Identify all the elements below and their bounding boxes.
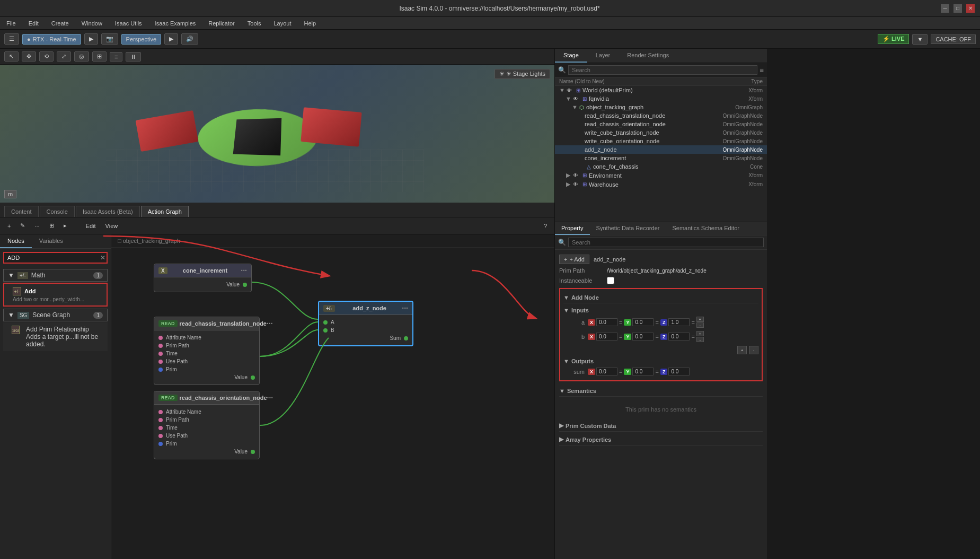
menu-item-layout[interactable]: Layout <box>271 19 293 28</box>
tree-row-wct[interactable]: write_cube_translation_node OmniGraphNod… <box>555 128 767 137</box>
sum-z-input[interactable] <box>668 368 690 375</box>
tree-row-cfc[interactable]: △ cone_for_chassis Cone <box>555 162 767 171</box>
renderer-arrow[interactable]: ▶ <box>84 33 98 45</box>
world-toggle[interactable]: ▼ <box>559 87 564 93</box>
vp-tool-6[interactable]: ⊞ <box>92 51 107 62</box>
semantics-section-header[interactable]: ▼ Semantics <box>559 386 763 397</box>
input-remove-btn[interactable]: - <box>749 346 758 354</box>
prop-instanceable-checkbox[interactable] <box>607 277 614 284</box>
add-node-item[interactable]: +/- Add Add two or mor...perty_width... <box>3 283 108 307</box>
b-y-input[interactable] <box>632 333 654 340</box>
tab-nodes[interactable]: Nodes <box>0 234 32 248</box>
minimize-button[interactable]: ─ <box>941 4 949 13</box>
camera-btn[interactable]: 📷 <box>101 33 118 45</box>
warehouse-toggle[interactable]: ▶ <box>566 181 571 188</box>
bottom-tab-0[interactable]: Content <box>4 206 39 217</box>
rco-dots[interactable]: ··· <box>267 394 273 402</box>
read-chassis-orientation-node[interactable]: READ read_chassis_orientation_node ··· A… <box>154 391 260 459</box>
ag-dots-btn[interactable]: ··· <box>31 222 42 230</box>
menu-item-window[interactable]: Window <box>80 19 104 28</box>
tree-row-addz[interactable]: add_z_node OmniGraphNode <box>555 145 767 154</box>
search-clear-icon[interactable]: ✕ <box>100 254 105 261</box>
menu-item-replicator[interactable]: Replicator <box>206 19 237 28</box>
tree-row-world[interactable]: ▼ 👁 ⊞ World (defaultPrim) Xform <box>555 86 767 94</box>
a-y-input[interactable] <box>632 318 654 326</box>
stage-lights-button[interactable]: ☀ ☀ Stage Lights <box>495 69 550 79</box>
tree-row-rco[interactable]: read_chassis_orientation_node OmniGraphN… <box>555 120 767 128</box>
read-chassis-translation-node[interactable]: READ read_chassis_translation_node ··· A… <box>154 317 260 385</box>
vp-tool-4[interactable]: ⤢ <box>57 51 71 62</box>
addz-dots[interactable]: ··· <box>402 304 408 312</box>
prop-tab-semantics-schema[interactable]: Semantics Schema Editor <box>666 222 746 235</box>
a-minus-btn[interactable]: - <box>696 322 704 328</box>
add-node-section-header[interactable]: ▼ Add Node <box>563 292 758 303</box>
ag-menu-btn[interactable]: ⊞ <box>46 221 57 230</box>
cone-dots[interactable]: ··· <box>241 266 247 275</box>
fqnvidia-toggle[interactable]: ▼ <box>566 95 571 102</box>
menu-item-tools[interactable]: Tools <box>245 19 263 28</box>
inputs-subsection[interactable]: ▼ Inputs <box>563 305 758 315</box>
b-z-input[interactable] <box>668 333 690 340</box>
vp-tool-7[interactable]: ≡ <box>110 52 122 62</box>
category-scene-graph[interactable]: ▼ SG Scene Graph 1 <box>3 309 108 321</box>
speaker-btn[interactable]: 🔊 <box>181 33 198 45</box>
prop-tab-synthetic[interactable]: Synthetic Data Recorder <box>590 222 666 235</box>
cone-increment-node[interactable]: X cone_increment ··· Value <box>154 264 252 292</box>
renderer-btn[interactable]: ● RTX - Real-Time <box>22 34 81 45</box>
menu-item-isaac-examples[interactable]: Isaac Examples <box>153 19 198 28</box>
b-minus-btn[interactable]: - <box>696 337 704 342</box>
prop-tab-property[interactable]: Property <box>555 222 590 235</box>
stage-tab-render[interactable]: Render Settings <box>619 49 677 63</box>
a-z-input[interactable] <box>668 318 690 326</box>
vp-tool-3[interactable]: ⟲ <box>39 51 54 62</box>
tree-row-wco[interactable]: write_cube_orientation_node OmniGraphNod… <box>555 137 767 145</box>
ag-tool-btn[interactable]: ✎ <box>17 221 28 230</box>
stage-search-input[interactable] <box>568 65 757 75</box>
env-toggle[interactable]: ▶ <box>566 172 571 179</box>
vp-tool-5[interactable]: ◎ <box>74 51 89 62</box>
outputs-subsection[interactable]: ▼ Outputs <box>563 356 758 366</box>
bottom-tab-1[interactable]: Console <box>40 206 75 217</box>
perspective-btn[interactable]: Perspective <box>121 34 161 45</box>
bottom-tab-2[interactable]: Isaac Assets (Beta) <box>76 206 140 217</box>
menu-item-create[interactable]: Create <box>49 19 71 28</box>
view-arrow[interactable]: ▶ <box>164 33 178 45</box>
otg-toggle[interactable]: ▼ <box>572 104 577 110</box>
nodes-search-input[interactable] <box>3 252 108 264</box>
tree-row-fqnvidia[interactable]: ▼ 👁 ⊞ fqnvidia Xform <box>555 94 767 103</box>
menu-item-edit[interactable]: Edit <box>27 19 41 28</box>
ag-add-btn[interactable]: + <box>4 222 14 230</box>
vp-tool-select[interactable]: ↖ <box>4 51 19 62</box>
viewport-canvas[interactable]: ☀ ☀ Stage Lights m <box>0 65 554 203</box>
menu-item-isaac-utils[interactable]: Isaac Utils <box>113 19 144 28</box>
a-plus-btn[interactable]: + <box>696 317 704 322</box>
category-math[interactable]: ▼ +/- Math 1 <box>3 269 108 282</box>
tree-row-warehouse[interactable]: ▶ 👁 ⊞ Warehouse Xform <box>555 180 767 189</box>
stage-tab-layer[interactable]: Layer <box>587 49 619 63</box>
graph-canvas[interactable]: □ object_tracking_graph X cone_increment… <box>111 234 554 559</box>
tree-row-rct[interactable]: read_chassis_translation_node OmniGraphN… <box>555 111 767 120</box>
tree-row-ci[interactable]: cone_increment OmniGraphNode <box>555 154 767 162</box>
b-x-input[interactable] <box>596 333 617 340</box>
add-z-node[interactable]: +/- add_z_node ··· A <box>318 301 413 346</box>
ag-help-btn[interactable]: ? <box>541 222 550 230</box>
ag-menu2-btn[interactable]: ▸ <box>60 221 70 230</box>
add-prim-relationship-item[interactable]: SG Add Prim Relationship Adds a target p… <box>3 322 108 351</box>
sum-y-input[interactable] <box>632 368 654 375</box>
sum-x-input[interactable] <box>596 368 617 375</box>
prop-add-btn[interactable]: + + Add <box>559 255 589 264</box>
tree-row-env[interactable]: ▶ 👁 ⊞ Environment Xform <box>555 171 767 180</box>
b-plus-btn[interactable]: + <box>696 331 704 336</box>
vp-tool-2[interactable]: ✥ <box>22 51 36 62</box>
rct-dots[interactable]: ··· <box>267 319 273 328</box>
tree-row-otg[interactable]: ▼ ⬡ object_tracking_graph OmniGraph <box>555 103 767 111</box>
tab-variables[interactable]: Variables <box>32 234 70 248</box>
input-add-btn[interactable]: + <box>737 346 747 354</box>
live-dropdown[interactable]: ▼ <box>912 34 928 45</box>
bottom-tab-3[interactable]: Action Graph <box>141 206 189 217</box>
menu-item-file[interactable]: File <box>4 19 18 28</box>
ag-view-btn[interactable]: View <box>102 222 121 230</box>
prim-custom-section-header[interactable]: ▶ Prim Custom Data <box>559 420 763 432</box>
maximize-button[interactable]: □ <box>953 4 962 13</box>
close-button[interactable]: ✕ <box>966 4 975 13</box>
